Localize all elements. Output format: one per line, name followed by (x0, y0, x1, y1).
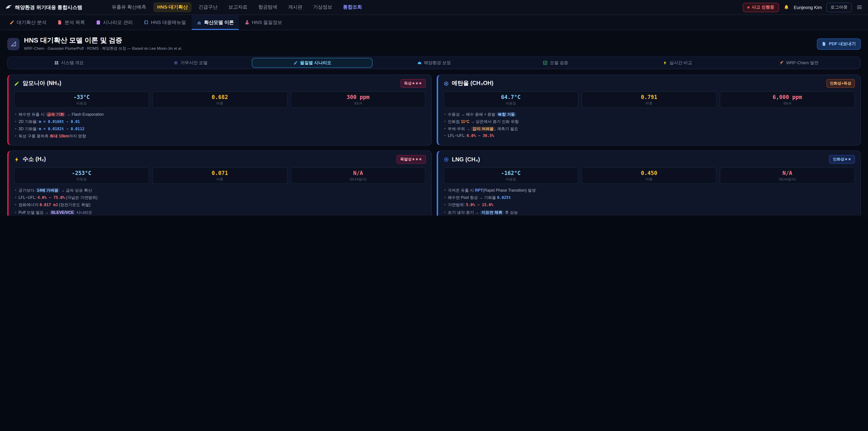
tab-system-overview[interactable]: 시스템 개요 (8, 58, 129, 68)
sub-nav: 대기확산 분석 분석 목록 시나리오 관리 HNS 대응매뉴얼 확산모델 이론 … (0, 15, 868, 30)
substance-notes: 극저온 유출 시 RPT(Rapid Phase Transition) 발생 … (443, 188, 855, 215)
topbar: 해양환경 위기대응 통합시스템 유출유 확산예측 HNS·대기확산 긴급구난 보… (0, 0, 868, 15)
substance-notes: 수용성 → 해수 용해 + 증발 복합 거동 인화점 11°C → 상온에서 증… (443, 112, 855, 139)
substance-card-methanol: 메탄올 (CH₃OH) 인화성+독성 64.7°C 비등점 0.791 비중 6… (436, 74, 861, 146)
subtab-analysis-list[interactable]: 분석 목록 (53, 15, 90, 30)
note-item: 인화점 11°C → 상온에서 증기 인화 위험 (443, 119, 855, 125)
stat-row: -33°C 비등점 0.682 비중 300 ppm IDLH (14, 91, 426, 108)
tab-substance-scenarios[interactable]: 물질별 시나리오 (252, 58, 373, 68)
document-icon (57, 20, 62, 25)
subtab-label: 시나리오 관리 (103, 19, 133, 26)
rocket-icon (779, 61, 784, 65)
incident-status-label: 사고 진행중 (752, 4, 774, 10)
substance-notes: 해수면 유출 시 급속 기화 → Flash Evaporation 2D 기화… (14, 112, 426, 139)
alert-dot-icon (747, 6, 749, 8)
tab-model-validation[interactable]: 모델 검증 (495, 58, 616, 68)
stat-row: 64.7°C 비등점 0.791 비중 6,000 ppm IDLH (443, 91, 855, 108)
user-name: Eunjeong Kim (794, 5, 822, 10)
nav-item-hns-atmospheric[interactable]: HNS·대기확산 (153, 2, 192, 12)
nav-item-integrated-search[interactable]: 통합조회 (339, 2, 366, 12)
nav-item-oil-diffusion[interactable]: 유출유 확산예측 (107, 2, 150, 12)
app-root: 해양환경 위기대응 통합시스템 유출유 확산예측 HNS·대기확산 긴급구난 보… (0, 0, 868, 216)
section-tab-bar: 시스템 개요 가우시안 모델 물질별 시나리오 해양환경 보정 모델 검증 실시… (7, 57, 861, 69)
nav-item-emergency-rescue[interactable]: 긴급구난 (194, 2, 221, 12)
nav-item-weather[interactable]: 기상정보 (309, 2, 336, 12)
stat-boiling-point: 64.7°C 비등점 (443, 91, 579, 108)
note-item: 무색·무취 → 감지 어려움, 계측기 필요 (443, 126, 855, 131)
subtab-hns-manual[interactable]: HNS 대응매뉴얼 (139, 15, 191, 30)
brand-logo[interactable]: 해양환경 위기대응 통합시스템 (5, 4, 82, 11)
flask-icon (245, 20, 250, 25)
pencil-icon (14, 81, 20, 86)
hazard-badge: 폭발성★★★ (397, 155, 426, 164)
note-item: 초기 냉각 증기 → 지표면 체류 후 상승 (443, 210, 855, 215)
cloud-icon (417, 61, 422, 65)
note-item: 점화에너지 0.017 mJ (정전기로도 폭발) (14, 202, 426, 208)
tab-label: WRF-Chem 발전 (786, 60, 819, 66)
page-header-text: HNS 대기확산 모델 이론 및 검증 WRF-Chem · Gaussian … (24, 36, 182, 52)
check-icon (543, 61, 548, 65)
substance-notes: 공기보다 14배 가벼움 → 급속 상승 확산 LFL~UFL: 4.0% ~ … (14, 188, 426, 215)
subtab-diffusion-model-theory[interactable]: 확산모델 이론 (192, 15, 239, 30)
hazard-badge: 독성★★★ (400, 79, 426, 88)
note-item: 3D 기화율: m = 0.0182t - 0.0112 (14, 126, 426, 132)
subtab-hns-substance-info[interactable]: HNS 물질정보 (240, 15, 287, 30)
circle-icon (443, 157, 449, 162)
incident-status-badge: 사고 진행중 (743, 2, 779, 12)
stat-specific-gravity: 0.682 비중 (152, 91, 287, 108)
note-item: 극저온 유출 시 RPT(Rapid Phase Transition) 발생 (443, 188, 855, 193)
note-item: 공기보다 14배 가벼움 → 급속 상승 확산 (14, 188, 426, 193)
stat-boiling-point: -253°C 비등점 (14, 167, 149, 184)
stat-row: -253°C 비등점 0.071 비중 N/A IDLH(질식) (14, 167, 426, 184)
substance-cards: 암모니아 (NH₃) 독성★★★ -33°C 비등점 0.682 비중 300 … (7, 74, 861, 216)
note-item: LFL~UFL: 4.0% ~ 75.0% (극넓은 가연범위) (14, 195, 426, 201)
note-item: LFL~UFL: 6.0% ~ 36.5% (443, 133, 855, 139)
nav-item-aerial-search[interactable]: 항공탐색 (254, 2, 281, 12)
stat-specific-gravity: 0.450 비중 (582, 167, 717, 184)
hazard-badge: 인화성★★ (829, 155, 855, 164)
page-subtitle: WRF-Chem · Gaussian Plume/Puff · ROMS · … (24, 46, 182, 52)
brand-title: 해양환경 위기대응 통합시스템 (15, 4, 82, 11)
substance-name: LNG (CH₄) (452, 156, 480, 162)
stat-row: -162°C 비등점 0.450 비중 N/A IDLH(질식) (443, 167, 855, 184)
tab-marine-correction[interactable]: 해양환경 보정 (374, 58, 494, 68)
stat-idlh: 300 ppm IDLH (290, 91, 426, 108)
bell-icon[interactable] (783, 4, 789, 10)
stat-idlh: N/A IDLH(질식) (720, 167, 855, 184)
stat-specific-gravity: 0.791 비중 (582, 91, 717, 108)
stat-boiling-point: -33°C 비등점 (14, 91, 149, 108)
tab-label: 해양환경 보정 (424, 60, 451, 66)
substance-name: 수소 (H₂) (23, 155, 46, 163)
note-item: 해수면 유출 시 급속 기화 → Flash Evaporation (14, 112, 426, 117)
main-nav: 유출유 확산예측 HNS·대기확산 긴급구난 보고자료 항공탐색 게시판 기상정… (107, 2, 366, 12)
pdf-export-label: PDF 내보내기 (829, 41, 856, 47)
pdf-export-button[interactable]: PDF 내보내기 (817, 38, 861, 50)
subtab-atmospheric-analysis[interactable]: 대기확산 분석 (4, 15, 52, 30)
hazard-badge: 인화성+독성 (826, 79, 855, 88)
nav-item-reports[interactable]: 보고자료 (224, 2, 251, 12)
hamburger-menu-icon[interactable] (856, 4, 863, 10)
nav-item-board[interactable]: 게시판 (284, 2, 306, 12)
wing-logo-icon (5, 4, 12, 11)
stat-specific-gravity: 0.071 비중 (152, 167, 287, 184)
note-item: 해수면 Pool 형성 → 기화율 0.025t (443, 195, 855, 201)
topbar-right: 사고 진행중 Eunjeong Kim 로그아웃 (743, 2, 863, 12)
stat-idlh: N/A IDLH(질식) (290, 167, 426, 184)
tab-label: 가우시안 모델 (181, 60, 208, 66)
subtab-label: HNS 물질정보 (252, 19, 282, 26)
tab-label: 시스템 개요 (61, 60, 84, 66)
subtab-scenario-management[interactable]: 시나리오 관리 (91, 15, 138, 30)
tab-wrf-chem[interactable]: WRF-Chem 발전 (739, 58, 860, 68)
logout-button[interactable]: 로그아웃 (827, 2, 852, 12)
subtab-label: 분석 목록 (65, 19, 85, 26)
substance-card-hydrogen: 수소 (H₂) 폭발성★★★ -253°C 비등점 0.071 비중 N/A I… (7, 151, 432, 216)
grid-icon (54, 61, 59, 65)
substance-card-lng: LNG (CH₄) 인화성★★ -162°C 비등점 0.450 비중 N/A … (436, 151, 861, 216)
ruler-icon (7, 38, 20, 50)
circle-icon (443, 81, 449, 86)
tab-gaussian-model[interactable]: 가우시안 모델 (130, 58, 251, 68)
chart-icon (197, 20, 202, 25)
note-item: 가연범위: 5.0% ~ 15.0% (443, 202, 855, 208)
note-item: 수용성 → 해수 용해 + 증발 복합 거동 (443, 112, 855, 117)
tab-realtime-comparison[interactable]: 실시간 비교 (617, 58, 738, 68)
